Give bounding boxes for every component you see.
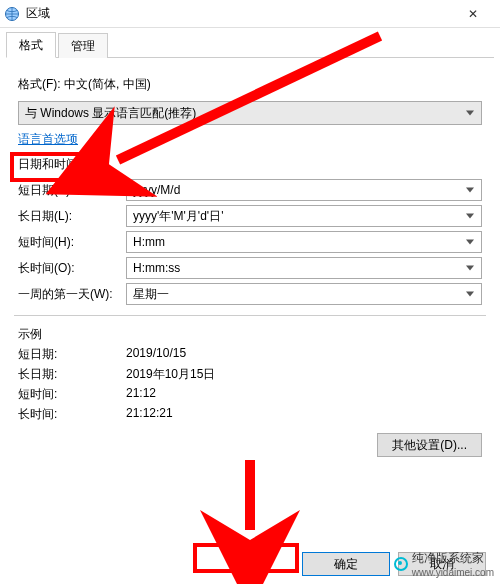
format-label: 格式(F): 中文(简体, 中国) (18, 76, 482, 93)
examples-group: 示例 短日期: 2019/10/15 长日期: 2019年10月15日 短时间:… (18, 326, 482, 423)
ex-value: 2019/10/15 (126, 346, 482, 363)
row-short-date: 短日期(S): (18, 179, 482, 201)
row-long-date: 长日期(L): (18, 205, 482, 227)
row-first-day: 一周的第一天(W): (18, 283, 482, 305)
ex-label: 短时间: (18, 386, 126, 403)
watermark-icon (394, 557, 408, 571)
globe-icon (4, 6, 20, 22)
row-long-time: 长时间(O): (18, 257, 482, 279)
examples-heading: 示例 (18, 326, 482, 343)
ex-value: 2019年10月15日 (126, 366, 482, 383)
lang-pref-link[interactable]: 语言首选项 (18, 132, 78, 146)
label-short-time: 短时间(H): (18, 234, 126, 251)
ex-value: 21:12:21 (126, 406, 482, 423)
tab-label: 管理 (71, 39, 95, 53)
ex-value: 21:12 (126, 386, 482, 403)
datetime-format-label: 日期和时间格式 (18, 156, 482, 173)
label-long-time: 长时间(O): (18, 260, 126, 277)
ok-button[interactable]: 确定 (302, 552, 390, 576)
long-date-select[interactable] (126, 205, 482, 227)
tab-content: 格式(F): 中文(简体, 中国) 语言首选项 日期和时间格式 短日期(S): … (0, 58, 500, 469)
window-title: 区域 (26, 5, 450, 22)
label-short-date: 短日期(S): (18, 182, 126, 199)
label-first-day: 一周的第一天(W): (18, 286, 126, 303)
ex-row-long-date: 长日期: 2019年10月15日 (18, 366, 482, 383)
ex-label: 长日期: (18, 366, 126, 383)
tab-format[interactable]: 格式 (6, 32, 56, 58)
label-long-date: 长日期(L): (18, 208, 126, 225)
watermark: 纯净版系统家 www.yidaimei.com (394, 550, 494, 578)
lang-pref-area: 语言首选项 (18, 131, 482, 148)
tab-label: 格式 (19, 38, 43, 52)
close-icon: ✕ (468, 7, 478, 21)
other-settings-row: 其他设置(D)... (18, 433, 482, 457)
language-match-select[interactable] (18, 101, 482, 125)
other-settings-button[interactable]: 其他设置(D)... (377, 433, 482, 457)
short-date-select[interactable] (126, 179, 482, 201)
row-short-time: 短时间(H): (18, 231, 482, 253)
first-day-select[interactable] (126, 283, 482, 305)
lang-pref-link-block: 语言首选项 (18, 131, 78, 148)
separator (14, 315, 486, 316)
ex-label: 短日期: (18, 346, 126, 363)
long-time-select[interactable] (126, 257, 482, 279)
tab-manage[interactable]: 管理 (58, 33, 108, 58)
titlebar: 区域 ✕ (0, 0, 500, 28)
short-time-select[interactable] (126, 231, 482, 253)
ex-label: 长时间: (18, 406, 126, 423)
language-match-select-wrap (18, 101, 482, 125)
watermark-brand: 纯净版系统家 (412, 550, 494, 567)
ex-row-short-date: 短日期: 2019/10/15 (18, 346, 482, 363)
watermark-url: www.yidaimei.com (412, 567, 494, 578)
ex-row-short-time: 短时间: 21:12 (18, 386, 482, 403)
ex-row-long-time: 长时间: 21:12:21 (18, 406, 482, 423)
close-button[interactable]: ✕ (450, 0, 496, 28)
tabs-row: 格式 管理 (6, 34, 494, 58)
